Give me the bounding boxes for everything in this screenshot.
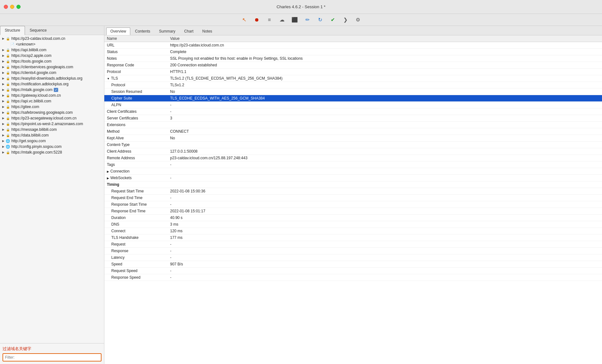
- table-row[interactable]: Response Speed-: [104, 274, 602, 281]
- table-row[interactable]: MethodCONNECT: [104, 128, 602, 135]
- table-row[interactable]: Client Certificates-: [104, 108, 602, 115]
- sidebar-item-item-10[interactable]: ▶🔒https://mtalk.google.com✓: [0, 87, 104, 93]
- table-row[interactable]: Remote Addressp23-caldav.icloud.com.cn/1…: [104, 155, 602, 161]
- sidebar-item-label: https://p23-acsegateway.icloud.com.cn: [11, 116, 77, 120]
- table-row[interactable]: Response Start Time-: [104, 201, 602, 208]
- sidebar-item-item-15[interactable]: ▶🔒https://p23-acsegateway.icloud.com.cn: [0, 115, 104, 121]
- table-row[interactable]: NotesSSL Proxying not enabled for this h…: [104, 55, 602, 62]
- table-row[interactable]: StatusComplete: [104, 49, 602, 55]
- detail-tab-overview[interactable]: Overview: [106, 27, 130, 35]
- maximize-button[interactable]: [16, 5, 21, 9]
- sidebar-item-item-3[interactable]: ▶🔒https://api.bilibili.com: [0, 47, 104, 53]
- table-row[interactable]: Cipher SuiteTLS_ECDHE_ECDSA_WITH_AES_256…: [104, 95, 602, 102]
- row-value-cell: 3 ms: [168, 221, 602, 228]
- detail-tab-contents[interactable]: Contents: [131, 27, 154, 35]
- table-row[interactable]: Response-: [104, 248, 602, 254]
- sidebar-item-label: https://mtalk.google.com:5228: [11, 150, 62, 155]
- sidebar-tabs: Structure Sequence: [0, 26, 104, 35]
- table-row[interactable]: Request Speed-: [104, 268, 602, 274]
- expand-arrow-icon: ▶: [1, 37, 5, 40]
- table-row[interactable]: Client Address127.0.0.1:50008: [104, 148, 602, 155]
- table-row[interactable]: DNS3 ms: [104, 221, 602, 228]
- detail-tab-chart[interactable]: Chart: [180, 27, 197, 35]
- expand-arrow-icon: ▶: [1, 128, 5, 131]
- table-row[interactable]: Duration40.90 s: [104, 215, 602, 221]
- throttle-icon[interactable]: ≡: [266, 16, 273, 23]
- row-name-cell: Client Address: [104, 148, 168, 155]
- table-row[interactable]: Latency-: [104, 254, 602, 261]
- sidebar-item-item-12[interactable]: ▶🔒https://api.vc.bilibili.com: [0, 98, 104, 104]
- row-name-cell: Response Speed: [104, 274, 168, 281]
- table-row[interactable]: Session ResumedNo: [104, 88, 602, 95]
- sidebar-tab-structure[interactable]: Structure: [0, 26, 25, 35]
- table-row[interactable]: Tags-: [104, 161, 602, 168]
- row-value-cell: -: [168, 201, 602, 208]
- filter-input[interactable]: [3, 353, 101, 361]
- table-row[interactable]: ProtocolTLSv1.2: [104, 82, 602, 88]
- table-row[interactable]: Timing: [104, 181, 602, 188]
- settings-icon[interactable]: ⚙: [354, 16, 361, 23]
- sidebar-item-item-17[interactable]: ▶🔒https://message.bilibili.com: [0, 127, 104, 132]
- sidebar-item-item-19[interactable]: ▶🌐http://get.sogou.com: [0, 138, 104, 144]
- row-value-cell: 177 ms: [168, 234, 602, 241]
- sidebar-item-item-2[interactable]: 📄<unknown>: [0, 41, 104, 47]
- more-icon[interactable]: ❯: [342, 16, 349, 23]
- sidebar-item-item-18[interactable]: ▶🔒https://data.bilibili.com: [0, 132, 104, 138]
- sidebar-item-item-4[interactable]: ▶🔒https://ocsp2.apple.com: [0, 53, 104, 58]
- compose-icon[interactable]: ✏: [304, 16, 311, 23]
- row-value-cell: -: [168, 248, 602, 254]
- table-row[interactable]: Kept AliveNo: [104, 135, 602, 142]
- table-row[interactable]: Response Code200 Connection established: [104, 62, 602, 69]
- table-row[interactable]: Speed907 B/s: [104, 261, 602, 268]
- table-row[interactable]: Request Start Time2022-01-08 15:00:36: [104, 188, 602, 195]
- row-value-cell: -: [168, 108, 602, 115]
- table-row[interactable]: ▶Connection: [104, 168, 602, 175]
- sidebar-tab-sequence[interactable]: Sequence: [25, 26, 52, 35]
- sidebar-item-item-11[interactable]: ▶🔒https://gateway.icloud.com.cn: [0, 93, 104, 98]
- sidebar-item-item-13[interactable]: ▶🔒https://gitee.com: [0, 104, 104, 110]
- breakpoint-icon[interactable]: ☁: [279, 16, 286, 23]
- minimize-button[interactable]: [10, 5, 14, 9]
- table-row[interactable]: ProtocolHTTP/1.1: [104, 69, 602, 75]
- sidebar-item-item-8[interactable]: ▶🔒https://easylist-downloads.adblockplus…: [0, 76, 104, 81]
- close-button[interactable]: [4, 5, 8, 9]
- sidebar-item-label: https://ocsp2.apple.com: [11, 53, 52, 58]
- sidebar-item-label: http://get.sogou.com: [11, 139, 46, 143]
- sidebar-item-item-6[interactable]: ▶🔒https://clientservices.googleapis.com: [0, 64, 104, 70]
- row-value-cell: -: [168, 195, 602, 201]
- row-name-cell: Notes: [104, 55, 168, 62]
- table-row[interactable]: URLhttps://p23-caldav.icloud.com.cn: [104, 42, 602, 49]
- sidebar-item-item-5[interactable]: ▶🔒https://tools.google.com: [0, 58, 104, 64]
- validate-icon[interactable]: ✔: [329, 16, 336, 23]
- sidebar-item-item-20[interactable]: ▶🌐http://config.pinyin.sogou.com: [0, 144, 104, 149]
- table-row[interactable]: Request-: [104, 241, 602, 248]
- table-row[interactable]: ▼TLSTLSv1.2 (TLS_ECDHE_ECDSA_WITH_AES_25…: [104, 75, 602, 82]
- sidebar-list: ▶🔒https://p23-caldav.icloud.com.cn📄<unkn…: [0, 35, 104, 343]
- sidebar-item-item-9[interactable]: ▶🔒https://notification.adblockplus.org: [0, 81, 104, 87]
- cursor-icon[interactable]: ↖: [241, 16, 248, 23]
- refresh-icon[interactable]: ↻: [316, 16, 323, 23]
- table-row[interactable]: Server Certificates3: [104, 115, 602, 122]
- table-row[interactable]: Response End Time2022-01-08 15:01:17: [104, 208, 602, 215]
- sidebar-item-item-14[interactable]: ▶🔒https://safebrowsing.googleapis.com: [0, 110, 104, 115]
- stop-icon[interactable]: ⬛: [291, 16, 298, 23]
- detail-tab-summary[interactable]: Summary: [155, 27, 179, 35]
- sidebar-item-item-7[interactable]: ▶🔒https://clients4.google.com: [0, 70, 104, 76]
- detail-tab-notes[interactable]: Notes: [198, 27, 216, 35]
- table-row[interactable]: ▶WebSockets-: [104, 175, 602, 181]
- table-row[interactable]: Extensions: [104, 122, 602, 128]
- row-value-cell: -: [168, 254, 602, 261]
- sidebar-item-item-16[interactable]: ▶🔒https://pinpoint.us-west-2.amazonaws.c…: [0, 121, 104, 127]
- row-name-cell: Protocol: [104, 69, 168, 75]
- sidebar-item-label: https://gateway.icloud.com.cn: [11, 93, 61, 98]
- row-value-cell: [168, 142, 602, 148]
- row-value-cell: 2022-01-08 15:01:17: [168, 208, 602, 215]
- table-row[interactable]: Content-Type: [104, 142, 602, 148]
- table-row[interactable]: TLS Handshake177 ms: [104, 234, 602, 241]
- table-row[interactable]: Connect120 ms: [104, 228, 602, 234]
- sidebar-item-item-1[interactable]: ▶🔒https://p23-caldav.icloud.com.cn: [0, 36, 104, 41]
- table-row[interactable]: ALPN-: [104, 102, 602, 108]
- record-icon[interactable]: ⏺: [253, 16, 260, 23]
- sidebar-item-item-21[interactable]: ▶🔒https://mtalk.google.com:5228: [0, 149, 104, 155]
- table-row[interactable]: Request End Time-: [104, 195, 602, 201]
